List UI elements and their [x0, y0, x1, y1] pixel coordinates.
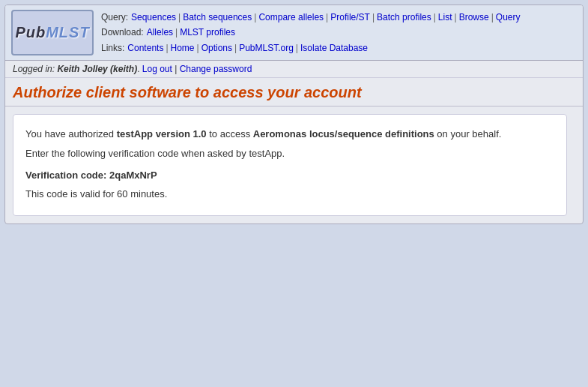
- nav-link-batch-profiles[interactable]: Batch profiles: [377, 10, 431, 25]
- nav-link-list[interactable]: List: [438, 10, 452, 25]
- download-label: Download:: [101, 25, 144, 40]
- nav-link-batch-sequences[interactable]: Batch sequences: [183, 10, 252, 25]
- login-bar: Logged in: Keith Jolley (keith). Log out…: [5, 61, 583, 78]
- header: PubMLST Query: Sequences| Batch sequence…: [5, 5, 583, 61]
- validity-text: This code is valid for 60 minutes.: [25, 188, 167, 200]
- logo-text-span: PubMLST: [15, 24, 89, 41]
- user-display: Keith Jolley (keith): [57, 64, 137, 74]
- validity-line: This code is valid for 60 minutes.: [25, 185, 554, 202]
- info-box: You have authorized testApp version 1.0 …: [13, 114, 567, 216]
- query-row: Query: Sequences| Batch sequences| Compa…: [101, 10, 521, 25]
- page-title: Authorize client software to access your…: [13, 84, 575, 101]
- verification-label: Verification code:: [25, 170, 106, 181]
- nav-link-contents[interactable]: Contents: [127, 40, 163, 56]
- content-area: You have authorized testApp version 1.0 …: [5, 106, 583, 224]
- change-password-link[interactable]: Change password: [180, 64, 252, 74]
- nav-link-sequences[interactable]: Sequences: [131, 10, 176, 25]
- download-row: Download: Alleles| MLST profiles: [101, 25, 521, 40]
- info-line-1: You have authorized testApp version 1.0 …: [25, 125, 554, 142]
- logo: PubMLST: [11, 10, 94, 56]
- app-name: testApp version 1.0: [117, 128, 207, 140]
- nav-link-isolate-db[interactable]: Isolate Database: [300, 40, 368, 56]
- info-post: on your behalf.: [434, 128, 502, 140]
- info-line-2: Enter the following verification code wh…: [25, 145, 554, 162]
- info-mid: to access: [207, 128, 253, 140]
- info-pre: You have authorized: [25, 128, 117, 140]
- db-name: Aeromonas locus/sequence definitions: [253, 128, 434, 140]
- links-row: Links: Contents| Home| Options| PubMLST.…: [101, 40, 521, 56]
- nav-link-profile-st[interactable]: Profile/ST: [330, 10, 370, 25]
- nav-link-options[interactable]: Options: [201, 40, 232, 56]
- nav-link-browse[interactable]: Browse: [459, 10, 489, 25]
- query-label: Query:: [101, 10, 128, 25]
- nav-link-home[interactable]: Home: [171, 40, 195, 56]
- logout-link[interactable]: Log out: [142, 64, 172, 74]
- nav-links: Query: Sequences| Batch sequences| Compa…: [101, 10, 521, 56]
- nav-link-query[interactable]: Query: [496, 10, 521, 25]
- verification-code: 2qaMxNrP: [109, 170, 157, 181]
- nav-link-alleles[interactable]: Alleles: [147, 25, 173, 40]
- page-title-bar: Authorize client software to access your…: [5, 78, 583, 106]
- links-label: Links:: [101, 40, 124, 56]
- user-id: keith: [113, 64, 134, 74]
- nav-link-mlst-profiles[interactable]: MLST profiles: [180, 25, 235, 40]
- nav-link-pubmlst-org[interactable]: PubMLST.org: [239, 40, 294, 56]
- verification-line: Verification code: 2qaMxNrP: [25, 166, 554, 184]
- user-name: Keith Jolley: [57, 64, 107, 74]
- enter-code-text: Enter the following verification code wh…: [25, 148, 285, 159]
- logged-in-label: Logged in:: [13, 64, 55, 74]
- nav-link-compare-alleles[interactable]: Compare alleles: [258, 10, 324, 25]
